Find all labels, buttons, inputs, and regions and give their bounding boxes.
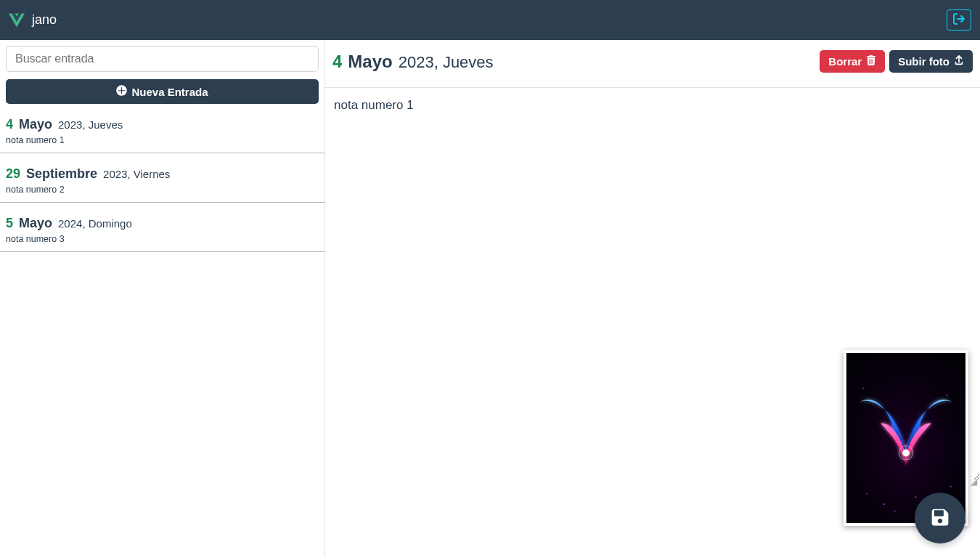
new-entry-label: Nueva Entrada [131,86,208,98]
svg-point-12 [862,387,864,389]
svg-point-10 [894,511,896,512]
upload-label: Subir foto [898,55,950,68]
entry-list[interactable]: 4 Mayo 2023, Jueves nota numero 1 29 Sep… [0,110,324,558]
upload-photo-button[interactable]: Subir foto [889,50,973,73]
detail-date: 4 Mayo 2023, Jueves [332,52,494,72]
detail-header: 4 Mayo 2023, Jueves Borrar Subir foto [325,40,980,88]
svg-point-13 [950,486,952,488]
upload-icon [954,55,964,68]
new-entry-button[interactable]: Nueva Entrada [6,79,319,104]
plus-circle-icon [116,85,127,98]
entry-month: Mayo [19,117,52,132]
sidebar: Nueva Entrada 4 Mayo 2023, Jueves nota n… [0,40,325,558]
search-input[interactable] [6,46,319,72]
vue-logo-icon [9,12,25,28]
logout-icon [953,13,965,27]
entry-preview: nota numero 3 [6,234,319,244]
save-button[interactable] [915,493,965,543]
delete-button[interactable]: Borrar [820,50,885,73]
trash-icon [866,55,876,68]
detail-day: 4 [332,52,342,72]
svg-point-7 [883,504,885,505]
entry-preview: nota numero 2 [6,185,319,195]
save-icon [931,508,950,529]
entry-day: 5 [6,216,13,231]
app-name: jano [32,12,57,28]
entry-month: Mayo [19,216,52,231]
entry-rest: 2023, Viernes [103,168,170,180]
list-item[interactable]: 29 Septiembre 2023, Viernes nota numero … [0,153,324,203]
svg-point-4 [902,449,910,456]
main-area: Nueva Entrada 4 Mayo 2023, Jueves nota n… [0,40,980,558]
svg-point-8 [915,496,917,498]
detail-month: Mayo [348,52,392,72]
delete-label: Borrar [828,55,862,68]
entry-month: Septiembre [26,166,97,182]
navbar-brand[interactable]: jano [9,12,57,28]
entry-day: 29 [6,166,20,182]
detail-body: ◢ [325,88,980,558]
logout-button[interactable] [947,9,971,31]
entry-rest: 2023, Jueves [58,118,123,131]
navbar: jano [0,0,980,40]
detail-panel: 4 Mayo 2023, Jueves Borrar Subir foto [325,40,980,558]
svg-point-11 [947,395,948,396]
entry-preview: nota numero 1 [6,135,319,145]
svg-point-6 [866,493,867,494]
detail-rest: 2023, Jueves [399,53,494,72]
entry-rest: 2024, Domingo [58,217,132,230]
list-item[interactable]: 5 Mayo 2024, Domingo nota numero 3 [0,203,324,252]
list-item[interactable]: 4 Mayo 2023, Jueves nota numero 1 [0,110,324,153]
entry-day: 4 [6,117,13,132]
